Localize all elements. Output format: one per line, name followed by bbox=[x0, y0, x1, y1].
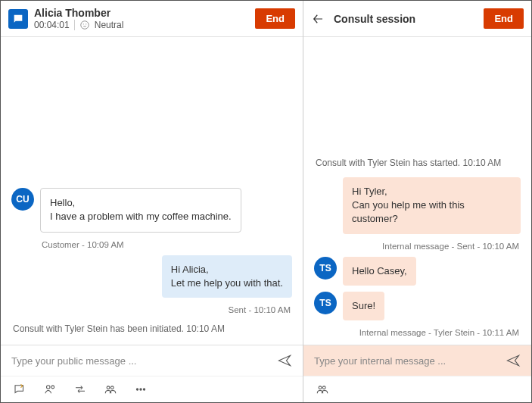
svg-point-0 bbox=[80, 21, 89, 30]
end-consult-button[interactable]: End bbox=[484, 8, 524, 29]
right-chat-body: Consult with Tyler Stein has started. 10… bbox=[303, 37, 531, 345]
sentiment-neutral-icon bbox=[79, 20, 90, 30]
system-consult-started: Consult with Tyler Stein has started. 10… bbox=[314, 155, 521, 171]
agent-message-bubble: Hi Alicia, Let me help you with that. bbox=[162, 255, 292, 298]
svg-point-7 bbox=[110, 386, 114, 389]
customer-name: Alicia Thomber bbox=[34, 7, 123, 20]
back-arrow-icon[interactable] bbox=[311, 12, 325, 26]
svg-point-1 bbox=[82, 23, 83, 24]
svg-point-5 bbox=[51, 386, 54, 389]
more-actions-icon[interactable] bbox=[134, 383, 148, 396]
svg-point-12 bbox=[322, 386, 325, 389]
internal-in-meta: Internal message - Tyler Stein - 10:11 A… bbox=[314, 328, 519, 337]
svg-point-9 bbox=[140, 389, 142, 390]
send-icon[interactable] bbox=[277, 353, 292, 368]
svg-point-4 bbox=[47, 386, 51, 389]
consultant-avatar-2: TS bbox=[314, 292, 337, 314]
consult-icon[interactable] bbox=[104, 383, 117, 396]
internal-out-bubble: Hi Tyler, Can you help me with this cust… bbox=[343, 177, 521, 234]
customer-message-bubble: Hello, I have a problem with my coffee m… bbox=[40, 188, 241, 232]
public-composer bbox=[1, 345, 303, 376]
right-toolbar bbox=[303, 376, 531, 402]
knowledge-icon[interactable] bbox=[43, 383, 57, 396]
consult-panel: Consult session End Consult with Tyler S… bbox=[303, 1, 531, 402]
left-header: Alicia Thomber 00:04:01 Neutral End bbox=[1, 1, 303, 37]
left-chat-body: CU Hello, I have a problem with my coffe… bbox=[1, 37, 303, 345]
internal-in-row-2: TS Sure! bbox=[314, 292, 521, 320]
svg-point-6 bbox=[107, 386, 110, 389]
sentiment-label: Neutral bbox=[95, 20, 124, 30]
end-session-button[interactable]: End bbox=[255, 8, 295, 29]
svg-point-8 bbox=[136, 389, 138, 390]
internal-in-bubble-1: Hello Casey, bbox=[343, 257, 416, 286]
left-toolbar bbox=[1, 376, 303, 402]
internal-composer bbox=[303, 345, 531, 376]
consult-participants-icon[interactable] bbox=[316, 383, 329, 396]
agent-message-row: Hi Alicia, Let me help you with that. bbox=[11, 255, 292, 298]
internal-in-row-1: TS Hello Casey, bbox=[314, 257, 521, 286]
svg-point-2 bbox=[86, 23, 86, 24]
consult-session-title: Consult session bbox=[334, 13, 415, 25]
internal-message-input[interactable] bbox=[314, 355, 498, 367]
internal-in-bubble-2: Sure! bbox=[343, 292, 384, 320]
system-consult-initiated: Consult with Tyler Stein has been initia… bbox=[11, 320, 292, 337]
customer-chat-panel: Alicia Thomber 00:04:01 Neutral End CU H… bbox=[1, 1, 303, 402]
consultant-avatar-1: TS bbox=[314, 257, 337, 280]
transfer-icon[interactable] bbox=[73, 383, 87, 396]
svg-point-10 bbox=[143, 389, 145, 390]
public-message-input[interactable] bbox=[11, 355, 269, 367]
customer-message-meta: Customer - 10:09 AM bbox=[42, 240, 292, 249]
divider bbox=[74, 20, 75, 30]
header-info: Alicia Thomber 00:04:01 Neutral bbox=[34, 7, 123, 30]
session-timer: 00:04:01 bbox=[34, 20, 70, 30]
customer-message-row: CU Hello, I have a problem with my coffe… bbox=[11, 188, 292, 232]
agent-message-meta: Sent - 10:10 AM bbox=[11, 305, 291, 314]
right-header: Consult session End bbox=[303, 1, 531, 37]
internal-out-meta: Internal message - Sent - 10:10 AM bbox=[314, 242, 519, 251]
quick-replies-icon[interactable] bbox=[13, 383, 26, 396]
internal-out-row: Hi Tyler, Can you help me with this cust… bbox=[314, 177, 521, 234]
customer-avatar: CU bbox=[11, 188, 34, 211]
svg-point-11 bbox=[319, 386, 322, 389]
chat-app-icon bbox=[8, 9, 28, 29]
send-internal-icon[interactable] bbox=[506, 353, 521, 368]
